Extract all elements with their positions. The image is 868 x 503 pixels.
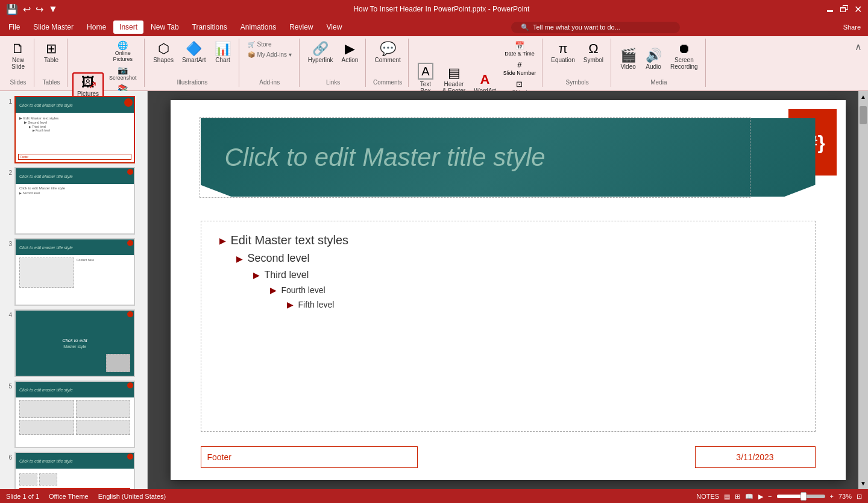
customize-icon[interactable]: ▼ <box>48 4 58 14</box>
equation-button[interactable]: π Equation <box>547 40 578 66</box>
menu-slide-master[interactable]: Slide Master <box>27 21 80 34</box>
theme-info: Office Theme <box>49 493 89 500</box>
menu-file[interactable]: File <box>2 21 26 34</box>
slide-1-badge <box>124 98 133 107</box>
search-box[interactable]: 🔍 Tell me what you want to do... <box>511 22 680 33</box>
save-icon[interactable]: 💾 <box>6 4 18 15</box>
slide-image-5[interactable]: Click to edit master title style <box>14 381 135 448</box>
my-addins-button[interactable]: 📦 My Add-ins ▾ <box>244 50 295 59</box>
table-button[interactable]: ⊞ Table <box>39 40 63 66</box>
my-addins-icon: 📦 <box>248 51 255 58</box>
slide-thumb-1[interactable]: 1 Click to edit Master title style ▶ Edi… <box>2 96 145 163</box>
chart-button[interactable]: 📊 Chart <box>211 40 235 66</box>
share-button[interactable]: Share <box>843 24 861 31</box>
slide-thumb-2[interactable]: 2 Click to edit Master title style Click… <box>2 167 145 235</box>
slide-sorter-button[interactable]: ⊞ <box>735 493 740 501</box>
search-label: Tell me what you want to do... <box>533 24 620 31</box>
slide-image-2[interactable]: Click to edit Master title style Click t… <box>14 167 135 235</box>
ribbon-group-links: 🔗 Hyperlink ▶ Action Links <box>301 39 366 87</box>
slide-number-button[interactable]: # Slide Number <box>501 59 539 77</box>
screenshot-icon: 📷 <box>118 66 128 74</box>
equation-icon: π <box>558 42 567 55</box>
slide-footer[interactable]: Footer <box>201 446 418 468</box>
slide-date[interactable]: 3/11/2023 <box>695 446 816 468</box>
slide-content-box[interactable]: ▶ Edit Master text styles ▶ Second level… <box>201 221 816 432</box>
slide-thumb-5[interactable]: 5 Click to edit master title style <box>2 381 145 448</box>
scroll-thumb[interactable] <box>860 106 867 124</box>
content-level-1: ▶ Edit Master text styles <box>219 233 797 247</box>
menu-home[interactable]: Home <box>81 21 112 34</box>
hyperlink-button[interactable]: 🔗 Hyperlink <box>304 40 337 66</box>
object-icon: ⊡ <box>516 80 523 89</box>
reading-view-button[interactable]: 📖 <box>745 493 753 501</box>
symbol-button[interactable]: Ω Symbol <box>580 40 607 66</box>
slide-image-3[interactable]: Click to edit master title style Content… <box>14 238 135 306</box>
slide-thumb-4[interactable]: 4 Click to edit Master style <box>2 309 145 377</box>
window-title: How To Insert Header In PowerPoint.pptx … <box>58 5 825 13</box>
slide-image-6[interactable]: Click to edit master title style <box>14 452 135 489</box>
ribbon-group-illustrations: ⬡ Shapes 🔷 SmartArt 📊 Chart Illustration… <box>146 39 239 87</box>
zoom-slider[interactable] <box>777 495 825 498</box>
slide-title[interactable]: Click to edit Master title style <box>225 143 546 172</box>
slide-thumb-6[interactable]: 6 Click to edit master title style <box>2 452 145 489</box>
zoom-in-button[interactable]: + <box>830 493 834 500</box>
scroll-down-button[interactable]: ▼ <box>858 478 868 489</box>
ribbon-group-slides: 🗋 NewSlide Slides <box>2 39 34 87</box>
slide-banner[interactable]: Click to edit Master title style <box>201 118 816 197</box>
audio-button[interactable]: 🔊 Audio <box>641 46 665 72</box>
zoom-handle[interactable] <box>800 492 807 501</box>
menu-view[interactable]: View <box>321 21 348 34</box>
slide-thumb-3[interactable]: 3 Click to edit master title style Conte… <box>2 238 145 306</box>
fit-button[interactable]: ⊡ <box>857 493 862 501</box>
minimize-button[interactable]: 🗕 <box>825 4 835 14</box>
notes-button[interactable]: NOTES <box>696 493 719 500</box>
menu-review[interactable]: Review <box>283 21 319 34</box>
screen-recording-button[interactable]: ⏺ ScreenRecording <box>667 40 702 72</box>
slide-image-4[interactable]: Click to edit Master style <box>14 309 135 377</box>
vertical-scrollbar[interactable]: ▲ ▼ <box>858 91 868 489</box>
online-pictures-button[interactable]: 🌐 OnlinePictures <box>105 40 140 63</box>
slideshow-button[interactable]: ▶ <box>758 493 763 501</box>
smartart-button[interactable]: 🔷 SmartArt <box>178 40 209 66</box>
ribbon-group-tables: ⊞ Table Tables <box>36 39 68 87</box>
chart-icon: 📊 <box>215 42 231 55</box>
slides-panel: 1 Click to edit Master title style ▶ Edi… <box>0 91 148 489</box>
scroll-up-button[interactable]: ▲ <box>858 91 868 103</box>
undo-icon[interactable]: ↩ <box>23 4 31 15</box>
slide-number-label: 5 <box>2 381 12 390</box>
store-icon: 🛒 <box>248 41 255 48</box>
shapes-button[interactable]: ⬡ Shapes <box>149 40 177 66</box>
redo-icon[interactable]: ↪ <box>36 4 43 15</box>
new-slide-icon: 🗋 <box>11 42 25 55</box>
slide-number-label: 3 <box>2 238 12 247</box>
title-bar: 💾 ↩ ↪ ▼ How To Insert Header In PowerPoi… <box>0 0 868 18</box>
screenshot-button[interactable]: 📷 Screenshot <box>105 65 140 82</box>
new-slide-button[interactable]: 🗋 NewSlide <box>6 40 30 72</box>
content-level-5: ▶ Fifth level <box>287 300 797 309</box>
menu-transitions[interactable]: Transitions <box>186 21 233 34</box>
date-time-button[interactable]: 📅 Date & Time <box>501 40 539 58</box>
ribbon-collapse-button[interactable]: ∧ <box>851 39 866 55</box>
store-button[interactable]: 🛒 Store <box>244 40 295 49</box>
restore-button[interactable]: 🗗 <box>840 4 849 14</box>
menu-new-tab[interactable]: New Tab <box>145 21 184 34</box>
action-button[interactable]: ▶ Action <box>338 40 362 66</box>
zoom-level[interactable]: 73% <box>838 493 852 500</box>
status-bar: Slide 1 of 1 Office Theme English (Unite… <box>0 489 868 503</box>
hyperlink-icon: 🔗 <box>312 42 329 55</box>
symbol-icon: Ω <box>588 42 598 55</box>
comment-button[interactable]: 💬 Comment <box>371 40 404 66</box>
zoom-out-button[interactable]: − <box>768 493 772 500</box>
close-button[interactable]: ✕ <box>854 4 862 15</box>
menu-animations[interactable]: Animations <box>234 21 282 34</box>
slide-number-label: 4 <box>2 309 12 318</box>
ribbon-group-symbols: π Equation Ω Symbol Symbols <box>544 39 611 87</box>
slide-image-1[interactable]: Click to edit Master title style ▶ Edit … <box>14 96 135 163</box>
normal-view-button[interactable]: ▤ <box>724 493 730 501</box>
menu-insert[interactable]: Insert <box>113 21 143 34</box>
ribbon-group-addins: 🛒 Store 📦 My Add-ins ▾ Add-ins <box>241 39 300 87</box>
ribbon-group-text: A TextBox ▤ Header& Footer A WordArt 📅 D… <box>410 39 542 87</box>
bullet-1: ▶ <box>219 236 226 245</box>
slide-info: Slide 1 of 1 <box>6 493 39 500</box>
video-button[interactable]: 🎬 Video <box>616 46 640 72</box>
